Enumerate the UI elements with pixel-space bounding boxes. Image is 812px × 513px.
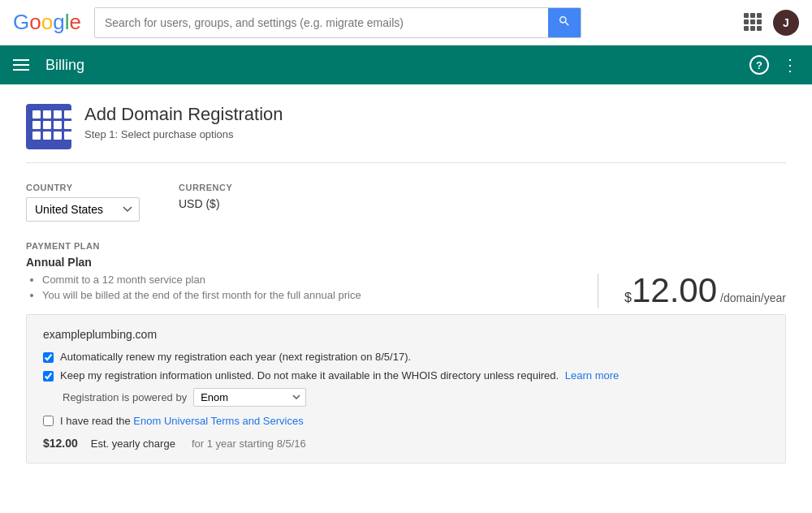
page-subtitle: Step 1: Select purchase options (84, 128, 283, 140)
plan-name: Annual Plan (26, 256, 786, 269)
search-button[interactable] (548, 8, 581, 37)
nav-bar-right: ? ⋮ (749, 55, 799, 75)
price-unit: /domain/year (720, 291, 786, 304)
apps-icon[interactable] (744, 13, 763, 32)
payment-plan-label: PAYMENT PLAN (26, 241, 786, 251)
search-bar (94, 7, 581, 38)
nav-bar: Billing ? ⋮ (0, 45, 812, 84)
powered-by-row: Registration is powered by Enom GoDaddy … (63, 388, 769, 407)
currency-group: CURRENCY USD ($) (179, 183, 232, 222)
tos-row: I have read the Enom Universal Terms and… (43, 415, 769, 427)
page-title: Add Domain Registration (84, 104, 283, 125)
auto-renew-label: Automatically renew my registration each… (60, 351, 411, 363)
page-header: Add Domain Registration Step 1: Select p… (26, 104, 786, 163)
top-bar-right: J (744, 10, 799, 36)
learn-more-link[interactable]: Learn more (565, 369, 619, 382)
avatar[interactable]: J (773, 10, 799, 36)
plan-bullets: Commit to a 12 month service plan You wi… (26, 274, 572, 304)
keep-unlisted-label: Keep my registration information unliste… (60, 369, 619, 382)
domain-box: exampleplumbing.com Automatically renew … (26, 314, 786, 463)
auto-renew-checkbox[interactable] (43, 352, 54, 363)
search-input[interactable] (95, 10, 548, 36)
keep-unlisted-row: Keep my registration information unliste… (43, 369, 769, 382)
top-bar: Google J (0, 0, 812, 45)
country-currency-row: COUNTRY United States Canada United King… (26, 183, 786, 222)
help-icon[interactable]: ? (749, 55, 769, 75)
country-label: COUNTRY (26, 183, 140, 192)
bullet-1: Commit to a 12 month service plan (42, 274, 572, 286)
currency-label: CURRENCY (179, 183, 232, 192)
price-display: $ 12.00 /domain/year (598, 274, 786, 308)
domain-icon (26, 104, 71, 149)
charge-amount: $12.00 (43, 437, 78, 450)
payment-plan-section: PAYMENT PLAN Annual Plan Commit to a 12 … (26, 241, 786, 308)
tos-text: I have read the Enom Universal Terms and… (60, 415, 304, 427)
keep-unlisted-checkbox[interactable] (43, 371, 54, 382)
auto-renew-row: Automatically renew my registration each… (43, 351, 769, 363)
price-dollar-sign: $ (624, 291, 632, 305)
charge-detail: for 1 year starting 8/5/16 (192, 438, 306, 450)
country-group: COUNTRY United States Canada United King… (26, 183, 140, 222)
main-content: Add Domain Registration Step 1: Select p… (0, 84, 812, 513)
charge-label: Est. yearly charge (91, 438, 175, 450)
nav-title: Billing (45, 57, 84, 74)
provider-select[interactable]: Enom GoDaddy Network Solutions (193, 388, 306, 407)
bullet-2: You will be billed at the end of the fir… (42, 289, 572, 301)
hamburger-menu[interactable] (13, 59, 29, 71)
price-main: 12.00 (632, 274, 717, 308)
domain-name: exampleplumbing.com (43, 328, 769, 341)
currency-value: USD ($) (179, 197, 232, 210)
powered-by-label: Registration is powered by (63, 391, 187, 403)
more-icon[interactable]: ⋮ (782, 55, 799, 75)
plan-details: Commit to a 12 month service plan You wi… (26, 274, 786, 308)
page-header-text: Add Domain Registration Step 1: Select p… (84, 104, 283, 140)
country-select[interactable]: United States Canada United Kingdom Aust… (26, 197, 140, 222)
form-section: COUNTRY United States Canada United King… (26, 183, 786, 483)
tos-link[interactable]: Enom Universal Terms and Services (133, 415, 303, 427)
tos-checkbox[interactable] (43, 416, 54, 426)
charge-row: $12.00 Est. yearly charge for 1 year sta… (43, 437, 769, 450)
google-logo: Google (13, 10, 81, 35)
